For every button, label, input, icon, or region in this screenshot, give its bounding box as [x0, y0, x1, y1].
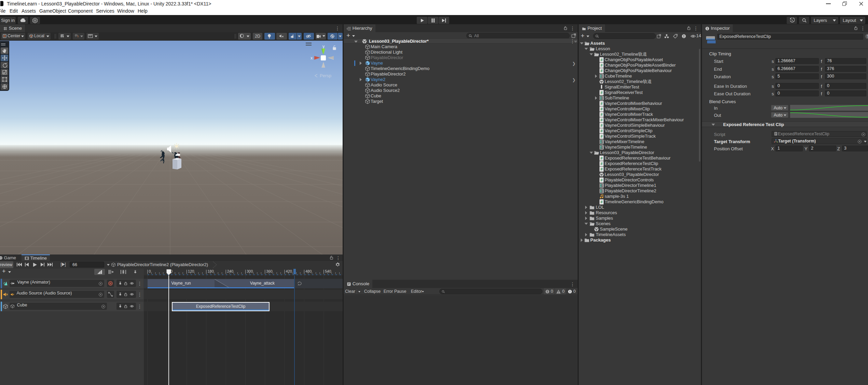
svg-text:540: 540 [325, 269, 331, 273]
svg-text:5: 5 [77, 35, 79, 38]
svg-text:480: 480 [305, 269, 312, 273]
svg-text:x: x [311, 56, 313, 60]
svg-text:420: 420 [286, 269, 292, 273]
svg-text:y: y [322, 44, 325, 49]
svg-text:Persp: Persp [320, 73, 331, 78]
svg-text:180: 180 [207, 269, 213, 273]
svg-text:120: 120 [188, 269, 194, 273]
svg-text:Y: Y [63, 35, 64, 38]
svg-text:240: 240 [227, 269, 233, 273]
svg-text:300: 300 [247, 269, 253, 273]
svg-text:0: 0 [149, 269, 151, 273]
svg-text:360: 360 [266, 269, 272, 273]
